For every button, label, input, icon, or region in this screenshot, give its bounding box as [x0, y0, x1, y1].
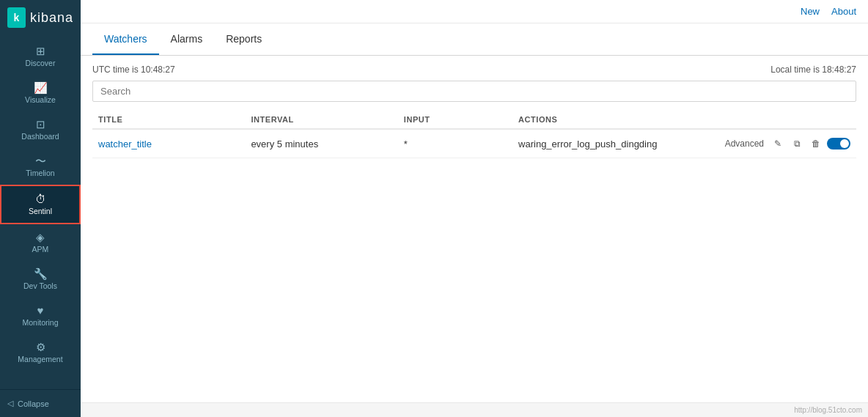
sidebar-logo: k kibana [0, 0, 81, 35]
advanced-edit-button[interactable]: ✎ [770, 136, 786, 152]
table-header-row: TITLE INTERVAL INPUT ACTIONS [92, 111, 856, 129]
watcher-input-cell: * [398, 129, 512, 158]
sidebar-item-dashboard-label: Dashboard [21, 132, 59, 141]
col-header-input: INPUT [398, 111, 512, 129]
time-bar: UTC time is 10:48:27 Local time is 18:48… [92, 64, 856, 75]
sidebar-item-discover[interactable]: ⊞ Discover [0, 38, 81, 75]
new-link[interactable]: New [801, 6, 820, 17]
watcher-title-link[interactable]: watcher_title [98, 139, 152, 150]
collapse-label: Collapse [18, 399, 49, 408]
sidebar-item-apm-label: APM [32, 245, 49, 254]
toggle-button[interactable] [827, 138, 850, 150]
discover-icon: ⊞ [36, 45, 45, 56]
tab-watchers[interactable]: Watchers [92, 24, 159, 55]
sidebar-item-management[interactable]: ⚙ Management [0, 334, 81, 371]
kibana-logo-text: kibana [30, 10, 73, 26]
watermark-text: http://blog.51cto.com [794, 406, 862, 414]
sidebar-item-monitoring-label: Monitoring [22, 318, 58, 327]
clone-button[interactable]: ⧉ [789, 136, 805, 152]
delete-icon: 🗑 [812, 139, 820, 149]
sidebar: k kibana ⊞ Discover 📈 Visualize ⊡ Dashbo… [0, 0, 81, 417]
dev-tools-icon: 🔧 [34, 268, 48, 279]
watchers-table: TITLE INTERVAL INPUT ACTIONS watcher_tit… [92, 111, 856, 158]
topbar: New About [81, 0, 868, 23]
sidebar-item-sentinl[interactable]: ⏱ Sentinl [0, 185, 81, 224]
sentinl-icon: ⏱ [35, 193, 46, 204]
watcher-interval-cell: every 5 minutes [245, 129, 397, 158]
action-buttons: Advanced ✎ ⧉ 🗑 [671, 136, 850, 152]
about-link[interactable]: About [831, 6, 856, 17]
tab-reports[interactable]: Reports [214, 24, 273, 55]
collapse-icon: ◁ [7, 399, 13, 408]
local-time: Local time is 18:48:27 [770, 64, 856, 75]
watcher-actions-cell: waring_error_log_push_dingding [512, 129, 665, 158]
advanced-edit-icon: ✎ [774, 139, 781, 149]
tab-alarms[interactable]: Alarms [159, 24, 215, 55]
utc-time: UTC time is 10:48:27 [92, 64, 175, 75]
sidebar-item-discover-label: Discover [26, 59, 56, 67]
sidebar-nav: ⊞ Discover 📈 Visualize ⊡ Dashboard 〜 Tim… [0, 35, 81, 389]
content-area: UTC time is 10:48:27 Local time is 18:48… [81, 56, 868, 402]
sidebar-item-timelion-label: Timelion [26, 169, 54, 177]
sidebar-item-dashboard[interactable]: ⊡ Dashboard [0, 111, 81, 148]
sidebar-item-visualize-label: Visualize [25, 95, 56, 104]
watcher-controls-cell: Advanced ✎ ⧉ 🗑 [665, 129, 856, 158]
advanced-label: Advanced [725, 139, 764, 149]
apm-icon: ◈ [36, 232, 45, 243]
tab-navigation: Watchers Alarms Reports [81, 23, 868, 56]
dashboard-icon: ⊡ [36, 119, 45, 130]
sidebar-item-sentinl-label: Sentinl [29, 207, 52, 215]
sidebar-item-dev-tools[interactable]: 🔧 Dev Tools [0, 261, 81, 298]
visualize-icon: 📈 [34, 82, 48, 93]
main-content: New About Watchers Alarms Reports UTC ti… [81, 0, 868, 417]
col-header-controls [665, 111, 856, 129]
col-header-actions: ACTIONS [512, 111, 665, 129]
sidebar-item-management-label: Management [18, 355, 62, 364]
management-icon: ⚙ [36, 342, 45, 353]
sidebar-item-timelion[interactable]: 〜 Timelion [0, 148, 81, 185]
monitoring-icon: ♥ [37, 305, 44, 316]
delete-button[interactable]: 🗑 [808, 136, 824, 152]
kibana-logo-icon: k [7, 7, 26, 28]
timelion-icon: 〜 [35, 155, 46, 166]
sidebar-item-visualize[interactable]: 📈 Visualize [0, 75, 81, 111]
sidebar-item-monitoring[interactable]: ♥ Monitoring [0, 298, 81, 334]
clone-icon: ⧉ [794, 139, 801, 149]
sidebar-item-dev-tools-label: Dev Tools [23, 281, 57, 290]
col-header-title: TITLE [92, 111, 245, 129]
search-input[interactable] [92, 81, 856, 102]
sidebar-collapse-button[interactable]: ◁ Collapse [0, 389, 81, 417]
col-header-interval: INTERVAL [245, 111, 397, 129]
watermark: http://blog.51cto.com [81, 402, 868, 417]
table-row: watcher_title every 5 minutes * waring_e… [92, 129, 856, 158]
sidebar-item-apm[interactable]: ◈ APM [0, 224, 81, 261]
watcher-title-cell: watcher_title [92, 129, 245, 158]
